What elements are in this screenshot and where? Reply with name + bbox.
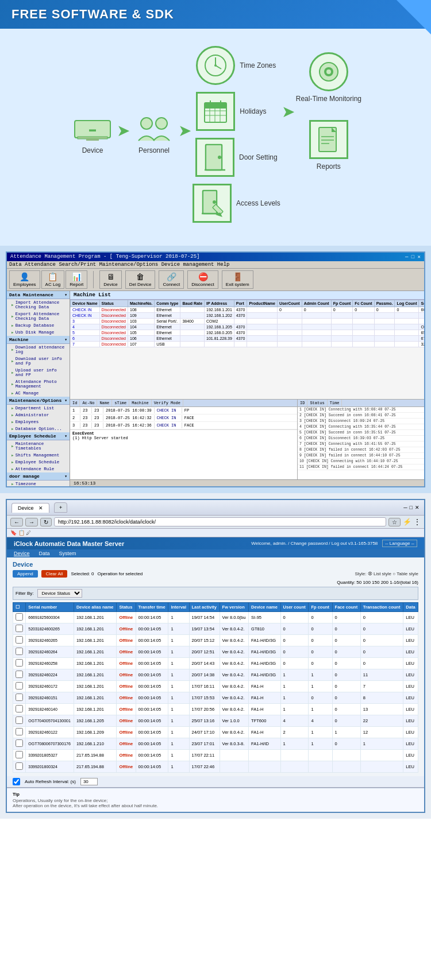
refresh-interval-input[interactable] [80,778,98,785]
maintenance-timetables[interactable]: Maintenance Timetables [7,440,70,452]
web-cell-face [332,761,360,773]
import-attendance[interactable]: Import Attendance Checking Data [7,299,70,311]
append-btn[interactable]: Append [13,570,38,578]
clear-all-btn[interactable]: Clear All [41,570,68,578]
web-cell-interval: 1 [168,658,189,669]
backup-database[interactable]: Backup Database [7,322,70,329]
browser-tab-device[interactable]: Device ✕ [11,503,49,513]
exit-btn[interactable]: 🚪 Exit system [222,270,253,289]
web-cell-data: LEU [403,727,418,738]
web-cell-face: 0 [332,692,360,704]
language-selector[interactable]: -- Language -- [382,540,417,547]
refresh-btn[interactable]: ↻ [40,518,52,526]
report-tab[interactable]: 📊 Report [66,270,87,289]
nav-device[interactable]: Device [14,551,30,556]
web-cell-check[interactable] [13,635,26,646]
style-toggle[interactable]: Style: ⦿ List style ○ Table style [355,571,418,576]
report-icon: 📊 [72,272,82,281]
machine-header[interactable]: Machine ▾ [7,336,70,344]
device-btn[interactable]: 🖥 Device [99,270,121,289]
department-list[interactable]: Department List [7,405,70,412]
maintenance-options-header[interactable]: Maintenance/Options ▾ [7,397,70,405]
exec-event-label: ExecEvent [72,431,295,436]
settings-icon[interactable]: ⋮ [414,518,421,526]
bottom-panel: Id Ac-No Name sTime Machine Verify Mode … [70,399,424,479]
auto-refresh-label: Auto Refresh Interval: (s) [25,779,76,784]
attendance-photo[interactable]: Attendance Photo Management [7,378,70,390]
web-cell-serial: 3929182460265 [26,635,74,646]
close-tab-icon[interactable]: ✕ [39,505,43,511]
auto-refresh-checkbox[interactable] [13,778,20,785]
header-title: FREE SOFTWARE & SDK [11,7,174,22]
web-cell-check[interactable] [13,623,26,635]
administrator[interactable]: Administrator [7,412,70,419]
database-option[interactable]: Database Option... [7,425,70,432]
web-cell-check[interactable] [13,612,26,623]
web-cell-face: 0 [332,623,360,635]
close-icon[interactable]: ✕ [415,505,420,510]
usb-disk-manage[interactable]: Usb Disk Manage [7,329,70,336]
employees-item[interactable]: Employees [7,419,70,425]
ac-manage[interactable]: AC Manage [7,390,70,397]
timezone-item[interactable]: Timezone [7,481,70,486]
employee-schedule[interactable]: Employee Schedule [7,459,70,466]
forward-btn[interactable]: → [25,518,38,526]
nav-data[interactable]: Data [39,551,50,556]
maximize-icon[interactable]: □ [410,505,413,510]
web-cell-check[interactable] [13,658,26,669]
device-icon: ▬ [70,114,116,143]
web-cell-device: FA1-H/ID [249,738,281,750]
minimize-icon[interactable]: ─ [403,505,407,510]
web-cell-check[interactable] [13,681,26,692]
web-table-container[interactable]: ☐ Serial number Device alias name Status… [13,602,418,773]
cell-product [247,313,278,319]
upload-user-info[interactable]: Upload user info and FP [7,367,70,378]
bookmark-btn[interactable]: ☆ [388,518,401,526]
web-cell-check[interactable] [13,704,26,715]
web-cell-check[interactable] [13,727,26,738]
extensions-icon[interactable]: ⚡ [403,518,411,526]
cell-log [395,336,419,342]
employees-tab[interactable]: 👤 Employees [9,270,40,289]
nav-system[interactable]: System [59,551,76,556]
cell-status: Disconnected [99,313,128,319]
download-user-info[interactable]: Download user info and Fp [7,355,70,367]
export-attendance[interactable]: Export Attendance Checking Data [7,311,70,322]
web-cell-check[interactable] [13,715,26,727]
web-cell-serial: 3929182460172 [26,681,74,692]
url-bar[interactable]: http://192.168.1.88:8082/iclock/data/icl… [54,517,386,526]
web-cell-check[interactable] [13,692,26,704]
attendance-rule[interactable]: Attendance Rule [7,466,70,472]
cell-users [277,336,302,342]
disconnect-btn[interactable]: ⛔ Disconnect [187,270,218,289]
browser-window: Device ✕ + ─ □ ✕ ← → ↻ http://192.168.1.… [6,499,425,813]
cell-port: 4370 [234,324,247,330]
personnel-label: Personnel [138,146,170,154]
access-levels-item: Access Levels [193,184,280,223]
event-row: 3 23 23 2018-07-25 16:42:36 CHECK IN FAC… [70,422,297,429]
shifts-management[interactable]: Shifts Management [7,452,70,459]
web-cell-check[interactable] [13,750,26,761]
new-tab-btn[interactable]: + [54,502,67,513]
del-device-btn[interactable]: 🗑 Del Device [125,270,156,289]
web-cell-check[interactable] [13,738,26,750]
web-cell-interval: 1 [168,669,189,681]
back-btn[interactable]: ← [10,518,23,526]
web-cell-check[interactable] [13,669,26,681]
web-cell-fw: Ver 8.0.4-2. [220,681,249,692]
cell-admin [302,342,331,347]
cell-device-name: 5 [71,330,100,336]
download-attendance-log[interactable]: Download attendance log [7,344,70,355]
connect-btn[interactable]: 🔗 Connect [159,270,184,289]
aclog-tab[interactable]: 📋 AC Log [41,270,65,289]
web-cell-last: 20/07 14:38 [189,669,220,681]
web-cell-check[interactable] [13,761,26,773]
door-manage-header[interactable]: door manage ▾ [7,472,70,481]
web-cell-serial: 3929182460151 [26,692,74,704]
web-cell-check[interactable] [13,646,26,658]
machine-table-container[interactable]: Device Name Status MachineNo. Comm type … [70,300,424,399]
web-cell-fw: Ver 1.0.0 [220,715,249,727]
device-status-filter[interactable]: Device Status [37,589,82,598]
data-maintenance-header[interactable]: Data Maintenance ▾ [7,291,70,299]
employee-schedule-header[interactable]: Employee Schedule ▾ [7,432,70,440]
